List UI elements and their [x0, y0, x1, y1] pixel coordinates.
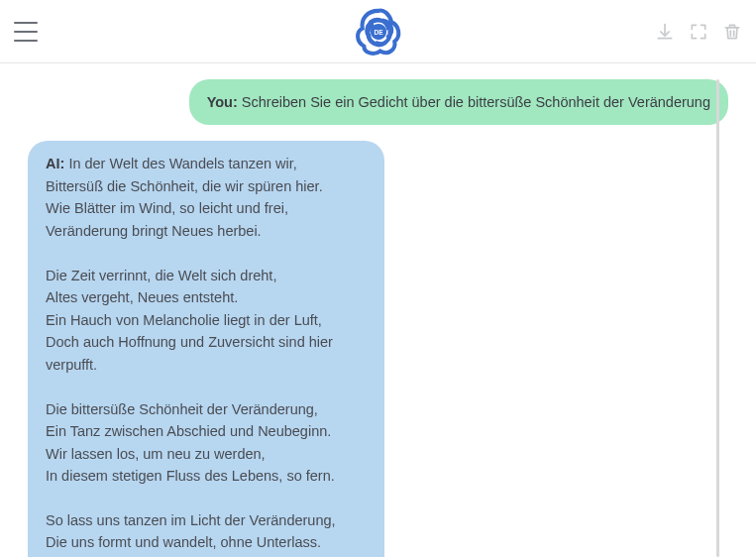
menu-button[interactable] [14, 22, 38, 42]
user-message-text: Schreiben Sie ein Gedicht über die bitte… [242, 94, 710, 110]
top-bar: DE [0, 0, 756, 63]
expand-icon[interactable] [689, 22, 708, 42]
user-bubble: You: Schreiben Sie ein Gedicht über die … [189, 79, 728, 125]
chat-area: You: Schreiben Sie ein Gedicht über die … [0, 63, 756, 557]
logo-badge-text: DE [374, 29, 383, 36]
message-ai: AI: In der Welt des Wandels tanzen wir, … [28, 141, 728, 557]
app-logo[interactable]: DE [353, 6, 404, 57]
trash-icon[interactable] [722, 22, 742, 42]
top-actions [655, 22, 742, 42]
ai-message-text: In der Welt des Wandels tanzen wir, Bitt… [46, 156, 336, 557]
scrollbar[interactable] [716, 79, 719, 557]
openai-knot-icon: DE [353, 6, 404, 57]
user-sender-label: You: [207, 94, 238, 110]
message-user: You: Schreiben Sie ein Gedicht über die … [28, 79, 728, 125]
ai-sender-label: AI: [46, 156, 64, 171]
ai-bubble: AI: In der Welt des Wandels tanzen wir, … [28, 141, 384, 557]
download-icon[interactable] [655, 22, 675, 42]
